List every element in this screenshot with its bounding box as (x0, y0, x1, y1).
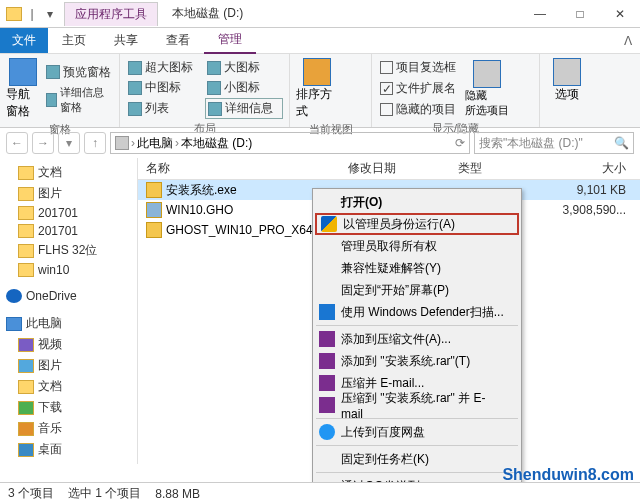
extra-large-icons[interactable]: 超大图标 (126, 58, 204, 77)
folder-icon (6, 7, 22, 21)
minimize-button[interactable]: — (520, 1, 560, 27)
medium-icons[interactable]: 中图标 (126, 78, 204, 97)
search-box[interactable]: 搜索"本地磁盘 (D:)" 🔍 (474, 132, 634, 154)
chk-item-checkbox[interactable]: 项目复选框 (378, 58, 458, 77)
menu-open[interactable]: 打开(O) (315, 191, 519, 213)
rar-icon (319, 375, 335, 391)
qat-dropdown-icon[interactable]: ▾ (42, 6, 58, 22)
menu-compat[interactable]: 兼容性疑难解答(Y) (315, 257, 519, 279)
nav-videos[interactable]: 视频 (0, 334, 137, 355)
shield-icon (321, 216, 337, 232)
ribbon-collapse-icon[interactable]: ᐱ (616, 34, 640, 48)
menu-takeown[interactable]: 管理员取得所有权 (315, 235, 519, 257)
small-icons[interactable]: 小图标 (205, 78, 283, 97)
options-button[interactable]: 选项 (546, 58, 588, 103)
up-button[interactable]: ↑ (84, 132, 106, 154)
back-button[interactable]: ← (6, 132, 28, 154)
context-menu: 打开(O) 以管理员身份运行(A) 管理员取得所有权 兼容性疑难解答(Y) 固定… (312, 188, 522, 504)
contextual-tab[interactable]: 应用程序工具 (64, 2, 158, 26)
folder-icon (146, 222, 162, 238)
defender-icon (319, 304, 335, 320)
disk-icon (115, 136, 129, 150)
large-icons[interactable]: 大图标 (205, 58, 283, 77)
rar-icon (319, 397, 335, 413)
status-selection: 选中 1 个项目 (68, 485, 141, 502)
history-dropdown[interactable]: ▾ (58, 132, 80, 154)
tab-view[interactable]: 查看 (152, 28, 204, 53)
nav-pics[interactable]: 图片 (0, 183, 137, 204)
status-count: 3 个项目 (8, 485, 54, 502)
preview-pane-button[interactable]: 预览窗格 (44, 63, 113, 82)
nav-docs[interactable]: 文档 (0, 162, 137, 183)
nav-documents[interactable]: 文档 (0, 376, 137, 397)
rar-icon (319, 331, 335, 347)
tab-home[interactable]: 主页 (48, 28, 100, 53)
rar-icon (319, 353, 335, 369)
nav-201701b[interactable]: 201701 (0, 222, 137, 240)
status-size: 8.88 MB (155, 487, 200, 501)
nav-tree[interactable]: 文档 图片 201701 201701 FLHS 32位 win10 OneDr… (0, 158, 138, 464)
menu-addarchive[interactable]: 添加到压缩文件(A)... (315, 328, 519, 350)
menu-run-as-admin[interactable]: 以管理员身份运行(A) (315, 213, 519, 235)
nav-onedrive[interactable]: OneDrive (0, 287, 137, 305)
col-date[interactable]: 修改日期 (348, 160, 458, 177)
search-placeholder: 搜索"本地磁盘 (D:)" (479, 135, 583, 152)
nav-201701[interactable]: 201701 (0, 204, 137, 222)
detail-pane-button[interactable]: 详细信息窗格 (44, 84, 113, 116)
list-view[interactable]: 列表 (126, 98, 204, 119)
col-size[interactable]: 大小 (548, 160, 640, 177)
close-button[interactable]: ✕ (600, 1, 640, 27)
menu-pinstart[interactable]: 固定到“开始”屏幕(P) (315, 279, 519, 301)
menu-defender[interactable]: 使用 Windows Defender扫描... (315, 301, 519, 323)
cloud-icon (319, 424, 335, 440)
nav-thispc[interactable]: 此电脑 (0, 313, 137, 334)
tab-manage[interactable]: 管理 (204, 27, 256, 54)
menu-emailrar[interactable]: 压缩到 "安装系统.rar" 并 E-mail (315, 394, 519, 416)
menu-pintask[interactable]: 固定到任务栏(K) (315, 448, 519, 470)
tab-share[interactable]: 共享 (100, 28, 152, 53)
nav-desktop[interactable]: 桌面 (0, 439, 137, 460)
nav-flhs[interactable]: FLHS 32位 (0, 240, 137, 261)
chk-extensions[interactable]: ✓文件扩展名 (378, 79, 458, 98)
address-bar[interactable]: › 此电脑 › 本地磁盘 (D:) ⟳ (110, 132, 470, 154)
breadcrumb-pc[interactable]: 此电脑 (137, 135, 173, 152)
breadcrumb-disk[interactable]: 本地磁盘 (D:) (181, 135, 252, 152)
hide-selected-button[interactable]: 隐藏 所选项目 (466, 60, 508, 118)
forward-button[interactable]: → (32, 132, 54, 154)
col-name[interactable]: 名称 (138, 160, 348, 177)
chk-hidden[interactable]: 隐藏的项目 (378, 100, 458, 119)
col-type[interactable]: 类型 (458, 160, 548, 177)
nav-music[interactable]: 音乐 (0, 418, 137, 439)
menu-baidu[interactable]: 上传到百度网盘 (315, 421, 519, 443)
menu-addrar[interactable]: 添加到 "安装系统.rar"(T) (315, 350, 519, 372)
nav-pane-button[interactable]: 导航窗格 (6, 58, 40, 120)
gho-icon (146, 202, 162, 218)
sort-button[interactable]: 排序方式 (296, 58, 338, 120)
maximize-button[interactable]: □ (560, 1, 600, 27)
exe-icon (146, 182, 162, 198)
refresh-icon[interactable]: ⟳ (455, 136, 465, 150)
window-title: 本地磁盘 (D:) (158, 2, 257, 25)
nav-cdisk[interactable]: 本地磁盘 (C:) (0, 460, 137, 464)
tab-file[interactable]: 文件 (0, 28, 48, 53)
search-icon: 🔍 (614, 136, 629, 150)
nav-pictures[interactable]: 图片 (0, 355, 137, 376)
details-view[interactable]: 详细信息 (205, 98, 283, 119)
nav-win10[interactable]: win10 (0, 261, 137, 279)
qat-divider: | (24, 6, 40, 22)
nav-downloads[interactable]: 下载 (0, 397, 137, 418)
